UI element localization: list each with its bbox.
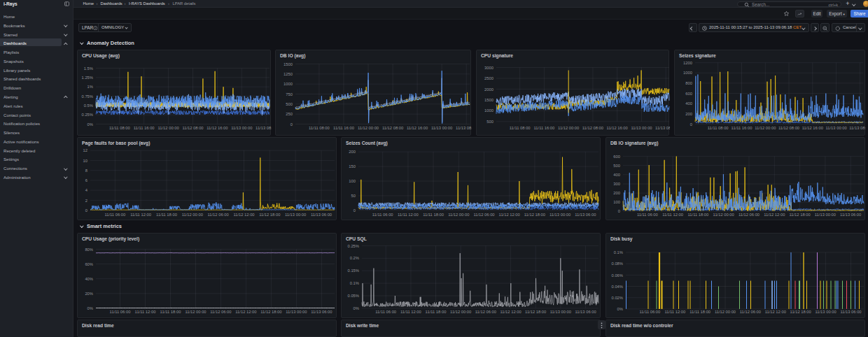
svg-text:0.1%: 0.1% — [350, 281, 359, 285]
svg-text:750: 750 — [286, 92, 293, 96]
svg-text:11/11 08:00: 11/11 08:00 — [309, 126, 330, 130]
svg-text:600: 600 — [685, 92, 692, 96]
svg-text:11/11 16:00: 11/11 16:00 — [732, 126, 752, 130]
svg-text:11/11 06:00: 11/11 06:00 — [372, 213, 393, 217]
svg-text:400: 400 — [685, 101, 692, 106]
svg-text:11/13 06:00: 11/13 06:00 — [575, 310, 596, 314]
svg-text:11/11 16:00: 11/11 16:00 — [134, 126, 155, 130]
svg-text:11/11 18:00: 11/11 18:00 — [423, 213, 444, 217]
svg-text:0: 0 — [354, 208, 356, 213]
svg-text:0%: 0% — [88, 122, 93, 127]
svg-text:1000: 1000 — [284, 82, 293, 86]
svg-text:DB IO signature (avg): DB IO signature (avg) — [610, 141, 658, 146]
svg-text:12: 12 — [83, 148, 88, 152]
svg-text:500: 500 — [286, 102, 293, 106]
svg-text:11/12 12:00: 11/12 12:00 — [765, 310, 786, 314]
svg-text:CPU SQL: CPU SQL — [346, 236, 367, 242]
svg-text:11/12 06:00: 11/12 06:00 — [740, 310, 761, 314]
svg-text:11/12 12:00: 11/12 12:00 — [764, 213, 785, 217]
svg-text:11/11 08:00: 11/11 08:00 — [510, 126, 531, 130]
svg-text:11/12 18:00: 11/12 18:00 — [790, 310, 811, 314]
svg-text:8: 8 — [85, 168, 88, 173]
svg-text:11/13 08:00: 11/13 08:00 — [255, 126, 272, 130]
svg-text:11/12 00:00: 11/12 00:00 — [448, 213, 469, 217]
svg-text:11/11 18:00: 11/11 18:00 — [690, 310, 710, 314]
svg-text:3000: 3000 — [484, 66, 493, 70]
svg-text:11/11 16:00: 11/11 16:00 — [333, 126, 354, 130]
svg-text:11/13 00:00: 11/13 00:00 — [231, 126, 252, 130]
svg-text:0.02%: 0.02% — [612, 296, 623, 300]
svg-text:0.06%: 0.06% — [612, 273, 623, 278]
svg-text:11/11 08:00: 11/11 08:00 — [708, 126, 729, 130]
svg-text:11/13 06:00: 11/13 06:00 — [311, 213, 332, 217]
svg-text:11/12 16:00: 11/12 16:00 — [802, 126, 823, 130]
svg-text:1000: 1000 — [683, 71, 692, 75]
svg-text:Page faults for base pool (avg: Page faults for base pool (avg) — [82, 141, 150, 146]
svg-text:0%: 0% — [88, 306, 93, 310]
svg-text:0: 0 — [690, 122, 692, 127]
svg-text:800: 800 — [685, 81, 692, 85]
svg-text:11/11 12:00: 11/11 12:00 — [135, 310, 156, 314]
svg-text:11/12 00:00: 11/12 00:00 — [755, 126, 776, 130]
svg-text:11/12 06:00: 11/12 06:00 — [207, 213, 228, 217]
svg-text:0.5%: 0.5% — [84, 103, 93, 108]
svg-text:11/13 08:00: 11/13 08:00 — [456, 126, 472, 130]
svg-text:10: 10 — [83, 159, 88, 163]
svg-text:11/13 06:00: 11/13 06:00 — [840, 310, 861, 314]
svg-text:11/12 00:00: 11/12 00:00 — [358, 126, 379, 130]
svg-text:11/12 12:00: 11/12 12:00 — [500, 310, 521, 314]
svg-text:11/13 00:00: 11/13 00:00 — [825, 126, 846, 130]
svg-text:11/11 18:00: 11/11 18:00 — [160, 310, 181, 314]
svg-text:0.25%: 0.25% — [348, 244, 359, 248]
svg-text:11/11 12:00: 11/11 12:00 — [400, 310, 421, 314]
svg-text:300: 300 — [613, 182, 620, 186]
svg-text:11/11 16:00: 11/11 16:00 — [534, 126, 555, 130]
svg-text:11/11 06:00: 11/11 06:00 — [637, 213, 658, 217]
svg-text:0.04%: 0.04% — [612, 285, 623, 289]
svg-text:0.25%: 0.25% — [82, 113, 93, 117]
svg-text:11/12 16:00: 11/12 16:00 — [206, 126, 227, 130]
svg-text:1250: 1250 — [284, 72, 293, 76]
svg-text:50: 50 — [351, 194, 356, 198]
svg-text:11/13 00:00: 11/13 00:00 — [285, 213, 306, 217]
svg-text:11/12 18:00: 11/12 18:00 — [789, 213, 810, 217]
svg-text:11/12 12:00: 11/12 12:00 — [499, 213, 520, 217]
svg-text:0.75%: 0.75% — [82, 94, 93, 99]
svg-text:0%: 0% — [617, 307, 623, 311]
svg-text:400: 400 — [613, 173, 620, 177]
svg-text:11/11 12:00: 11/11 12:00 — [662, 213, 683, 217]
svg-text:0: 0 — [618, 209, 620, 213]
svg-text:1%: 1% — [88, 85, 93, 89]
svg-text:0.2%: 0.2% — [350, 256, 359, 260]
svg-text:11/12 16:00: 11/12 16:00 — [407, 126, 428, 130]
svg-text:11/12 00:00: 11/12 00:00 — [158, 126, 178, 130]
svg-text:CPU Usage (avg): CPU Usage (avg) — [82, 53, 120, 59]
svg-text:200: 200 — [613, 191, 620, 195]
svg-text:1.25%: 1.25% — [82, 76, 93, 80]
svg-text:11/13 00:00: 11/13 00:00 — [631, 126, 652, 130]
svg-text:200: 200 — [685, 112, 692, 116]
svg-text:11/12 16:00: 11/12 16:00 — [607, 126, 628, 130]
svg-text:11/11 12:00: 11/11 12:00 — [664, 310, 685, 314]
svg-text:11/13 08:00: 11/13 08:00 — [655, 126, 670, 130]
svg-text:0: 0 — [85, 208, 88, 213]
svg-text:11/13 08:00: 11/13 08:00 — [849, 126, 866, 130]
svg-text:11/11 18:00: 11/11 18:00 — [426, 310, 447, 314]
svg-text:11/13 06:00: 11/13 06:00 — [311, 310, 332, 314]
svg-text:11/13 00:00: 11/13 00:00 — [550, 213, 570, 217]
svg-text:11/12 18:00: 11/12 18:00 — [524, 213, 545, 217]
svg-text:11/12 00:00: 11/12 00:00 — [713, 213, 734, 217]
svg-text:11/11 12:00: 11/11 12:00 — [398, 213, 419, 217]
svg-text:11/12 00:00: 11/12 00:00 — [558, 126, 579, 130]
svg-text:Disk busy: Disk busy — [610, 236, 633, 242]
svg-text:6: 6 — [85, 178, 88, 182]
svg-text:0.15%: 0.15% — [348, 268, 359, 273]
svg-text:11/13 00:00: 11/13 00:00 — [286, 310, 307, 314]
svg-text:11/12 18:00: 11/12 18:00 — [260, 310, 281, 314]
svg-text:1500: 1500 — [484, 98, 493, 102]
svg-text:2: 2 — [85, 199, 88, 203]
svg-text:11/12 06:00: 11/12 06:00 — [475, 310, 496, 314]
svg-text:11/12 18:00: 11/12 18:00 — [525, 310, 546, 314]
svg-text:11/12 08:00: 11/12 08:00 — [182, 126, 203, 130]
svg-text:Disk read time: Disk read time — [82, 323, 114, 328]
